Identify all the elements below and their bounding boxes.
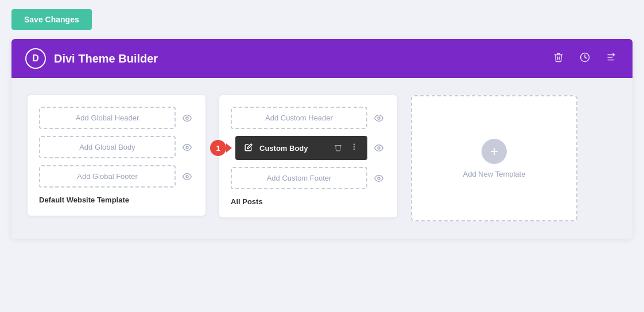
add-global-body-box[interactable]: Add Global Body: [39, 136, 176, 158]
add-global-footer-box[interactable]: Add Global Footer: [39, 165, 176, 188]
save-button[interactable]: Save Changes: [11, 9, 92, 30]
eye-icon: [183, 143, 192, 152]
add-global-header-box[interactable]: Add Global Header: [39, 107, 176, 129]
svg-point-11: [378, 147, 380, 149]
svg-point-4: [186, 117, 188, 119]
eye-icon: [374, 174, 383, 183]
add-custom-header-box[interactable]: Add Custom Header: [231, 107, 367, 129]
history-button[interactable]: [577, 50, 592, 68]
global-body-eye-button[interactable]: [180, 141, 194, 154]
custom-header-eye-button[interactable]: [372, 111, 386, 125]
more-options-button[interactable]: [349, 142, 359, 154]
divi-logo: D: [25, 48, 46, 69]
theme-builder-panel: D Divi Theme Builder: [11, 39, 633, 239]
header-actions: [551, 50, 619, 68]
badge-arrow: [226, 143, 232, 153]
custom-header-row: Add Custom Header: [231, 107, 386, 129]
theme-builder-header: D Divi Theme Builder: [11, 39, 633, 78]
add-new-plus-button[interactable]: +: [482, 139, 507, 164]
add-new-template-label: Add New Template: [463, 170, 526, 178]
delete-body-button[interactable]: [333, 142, 343, 154]
svg-point-9: [354, 146, 354, 147]
default-card-label: Default Website Template: [39, 196, 194, 204]
svg-point-6: [186, 176, 188, 178]
add-custom-footer-box[interactable]: Add Custom Footer: [231, 167, 367, 189]
layout-icon: [606, 52, 616, 63]
global-footer-eye-button[interactable]: [180, 170, 194, 184]
default-template-card: Add Global Header Add Global Body: [28, 95, 205, 216]
trash-icon: [553, 52, 564, 63]
global-footer-row: Add Global Footer: [39, 165, 194, 188]
posts-card-label: All Posts: [231, 197, 386, 206]
custom-footer-eye-button[interactable]: [372, 171, 386, 185]
pencil-icon: [245, 143, 253, 151]
custom-body-label: Custom Body: [259, 144, 327, 153]
custom-footer-row: Add Custom Footer: [231, 167, 386, 189]
global-header-row: Add Global Header: [39, 107, 194, 129]
posts-template-card: Add Custom Header 1: [219, 95, 397, 217]
delete-all-button[interactable]: [551, 50, 566, 68]
svg-point-5: [186, 146, 188, 149]
svg-point-7: [378, 117, 380, 119]
trash-icon: [334, 143, 342, 151]
eye-icon: [374, 143, 383, 153]
svg-point-8: [354, 144, 354, 145]
edit-body-button[interactable]: [243, 142, 254, 154]
content-area: Add Global Header Add Global Body: [11, 78, 633, 239]
custom-body-bar: Custom Body: [235, 136, 367, 160]
more-icon: [350, 143, 358, 151]
top-bar: Save Changes: [0, 0, 644, 39]
svg-point-12: [378, 177, 380, 180]
step-badge: 1: [210, 140, 226, 156]
history-icon: [580, 52, 590, 63]
eye-icon: [183, 114, 192, 123]
custom-body-row: 1 Custom Body: [231, 136, 386, 160]
global-body-row: Add Global Body: [39, 136, 194, 158]
custom-body-eye-button[interactable]: [372, 141, 386, 155]
add-new-template-card[interactable]: + Add New Template: [411, 95, 577, 221]
eye-icon: [374, 114, 383, 123]
eye-icon: [183, 172, 192, 181]
global-header-eye-button[interactable]: [180, 111, 194, 125]
svg-point-10: [354, 149, 354, 150]
layout-button[interactable]: [604, 50, 619, 68]
theme-builder-title: Divi Theme Builder: [54, 52, 551, 65]
